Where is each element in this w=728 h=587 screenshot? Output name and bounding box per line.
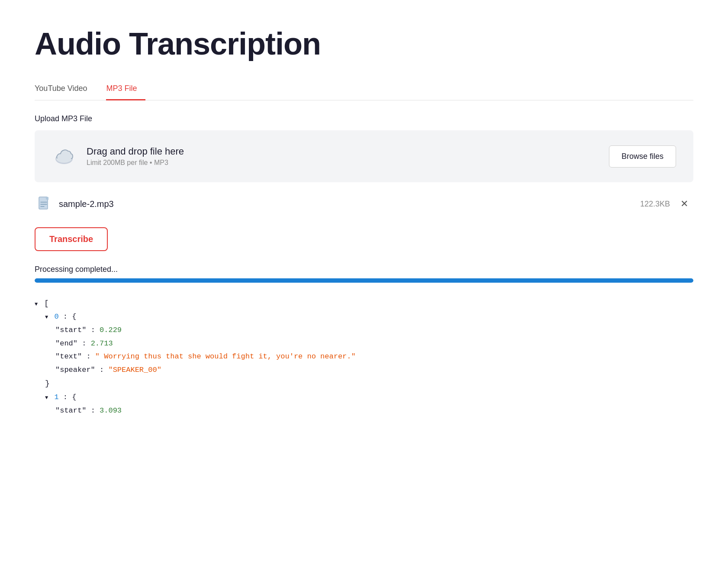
json-item-0-end: "end" : 2.713 [35,337,693,351]
transcribe-button[interactable]: Transcribe [35,227,108,251]
collapse-arrow-0[interactable]: ▼ [45,313,48,323]
tab-mp3[interactable]: MP3 File [106,79,145,100]
json-output: ▼ [ ▼ 0 : { "start" : 0.229 "end" : 2.71… [35,297,693,417]
status-text: Processing completed... [35,265,693,274]
tabs-container: YouTube Video MP3 File [35,79,693,100]
collapse-arrow-1[interactable]: ▼ [45,393,48,403]
json-item-0-start: "start" : 0.229 [35,324,693,337]
file-name: sample-2.mp3 [59,199,628,209]
json-item-0-header: ▼ 0 : { [35,310,693,324]
upload-dropzone[interactable]: Drag and drop file here Limit 200MB per … [35,130,693,182]
json-item-1-header: ▼ 1 : { [35,391,693,404]
browse-files-button[interactable]: Browse files [609,145,676,168]
file-size: 122.3KB [640,200,670,209]
file-item: sample-2.mp3 122.3KB ✕ [35,191,693,217]
collapse-arrow-root[interactable]: ▼ [35,300,38,310]
upload-cloud-icon [52,144,76,168]
progress-bar [35,278,693,283]
json-item-0-text: "text" : " Worrying thus that she would … [35,350,693,364]
upload-limit-text: Limit 200MB per file • MP3 [87,159,599,167]
page-title: Audio Transcription [35,26,693,61]
tab-youtube[interactable]: YouTube Video [35,79,96,100]
json-item-0-speaker: "speaker" : "SPEAKER_00" [35,364,693,377]
json-item-0-close: } [35,377,693,391]
progress-bar-fill [35,278,693,283]
json-open-array: ▼ [ [35,297,693,310]
upload-section-label: Upload MP3 File [35,114,693,123]
upload-text-block: Drag and drop file here Limit 200MB per … [87,146,599,167]
json-item-1-start: "start" : 3.093 [35,404,693,418]
file-document-icon [36,196,52,212]
svg-rect-3 [46,197,48,200]
remove-file-button[interactable]: ✕ [677,197,692,211]
drag-drop-text: Drag and drop file here [87,146,599,157]
